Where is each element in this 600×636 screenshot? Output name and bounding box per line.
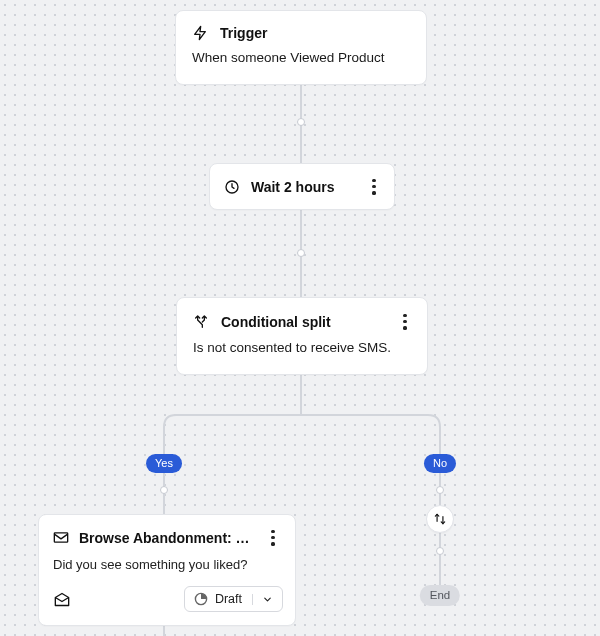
conditional-title: Conditional split bbox=[221, 314, 383, 330]
conditional-menu-button[interactable] bbox=[395, 312, 415, 331]
conditional-description: Is not consented to receive SMS. bbox=[193, 339, 415, 358]
trigger-card[interactable]: Trigger When someone Viewed Product bbox=[175, 10, 427, 85]
split-icon bbox=[193, 314, 209, 330]
wait-menu-button[interactable] bbox=[364, 177, 384, 196]
action-node[interactable] bbox=[426, 505, 454, 533]
envelope-icon bbox=[53, 531, 69, 544]
svg-rect-5 bbox=[54, 533, 67, 542]
envelope-open-icon bbox=[53, 592, 70, 607]
connector-node bbox=[297, 118, 305, 126]
status-label: Draft bbox=[215, 592, 242, 606]
trigger-title: Trigger bbox=[220, 25, 267, 41]
status-button[interactable]: Draft bbox=[184, 586, 283, 612]
trigger-description: When someone Viewed Product bbox=[192, 49, 410, 68]
lightning-icon bbox=[192, 25, 208, 41]
end-node: End bbox=[420, 585, 460, 606]
swap-icon bbox=[433, 512, 447, 526]
connector-node bbox=[160, 486, 168, 494]
status-draft-icon bbox=[194, 592, 208, 606]
email-card[interactable]: Browse Abandonment: Email... Did you see… bbox=[38, 514, 296, 626]
wait-card[interactable]: Wait 2 hours bbox=[209, 163, 395, 210]
connector-split bbox=[152, 399, 452, 479]
chevron-down-icon bbox=[252, 594, 273, 605]
branch-no-badge: No bbox=[424, 454, 456, 473]
conditional-card[interactable]: Conditional split Is not consented to re… bbox=[176, 297, 428, 375]
clock-icon bbox=[224, 179, 240, 195]
email-menu-button[interactable] bbox=[263, 528, 283, 547]
connector-node bbox=[297, 249, 305, 257]
wait-label: Wait 2 hours bbox=[251, 179, 364, 195]
email-title: Browse Abandonment: Email... bbox=[79, 530, 253, 546]
connector-node bbox=[436, 486, 444, 494]
branch-yes-badge: Yes bbox=[146, 454, 182, 473]
email-description: Did you see something you liked? bbox=[53, 557, 283, 572]
connector-node bbox=[436, 547, 444, 555]
